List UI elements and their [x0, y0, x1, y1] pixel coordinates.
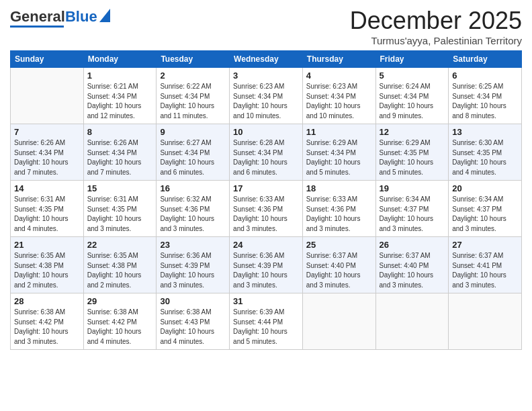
calendar-cell: 5Sunrise: 6:24 AM Sunset: 4:34 PM Daylig…: [375, 68, 449, 124]
day-number: 18: [306, 183, 372, 193]
day-number: 10: [233, 127, 299, 137]
day-number: 8: [87, 127, 153, 137]
day-number: 9: [160, 127, 226, 137]
day-number: 17: [233, 183, 299, 193]
calendar-cell: 23Sunrise: 6:36 AM Sunset: 4:39 PM Dayli…: [157, 237, 230, 293]
calendar-cell: 17Sunrise: 6:33 AM Sunset: 4:36 PM Dayli…: [230, 181, 303, 237]
day-info: Sunrise: 6:31 AM Sunset: 4:35 PM Dayligh…: [14, 195, 80, 234]
calendar-cell: 1Sunrise: 6:21 AM Sunset: 4:34 PM Daylig…: [83, 68, 157, 124]
calendar-cell: 11Sunrise: 6:29 AM Sunset: 4:34 PM Dayli…: [302, 124, 375, 181]
day-number: 19: [380, 183, 445, 193]
calendar-week-row: 1Sunrise: 6:21 AM Sunset: 4:34 PM Daylig…: [11, 68, 522, 124]
day-number: 12: [380, 127, 445, 137]
logo: GeneralBlue: [10, 7, 110, 28]
day-info: Sunrise: 6:27 AM Sunset: 4:34 PM Dayligh…: [160, 138, 226, 177]
day-info: Sunrise: 6:26 AM Sunset: 4:34 PM Dayligh…: [87, 138, 153, 177]
day-number: 11: [306, 127, 372, 137]
day-info: Sunrise: 6:23 AM Sunset: 4:34 PM Dayligh…: [306, 82, 372, 121]
day-number: 23: [160, 240, 226, 250]
day-info: Sunrise: 6:33 AM Sunset: 4:36 PM Dayligh…: [233, 195, 299, 234]
day-number: 13: [452, 127, 518, 137]
calendar-cell: 9Sunrise: 6:27 AM Sunset: 4:34 PM Daylig…: [157, 124, 230, 181]
calendar-week-row: 14Sunrise: 6:31 AM Sunset: 4:35 PM Dayli…: [11, 181, 522, 237]
calendar-cell: 19Sunrise: 6:34 AM Sunset: 4:37 PM Dayli…: [375, 181, 449, 237]
calendar-cell: 7Sunrise: 6:26 AM Sunset: 4:34 PM Daylig…: [11, 124, 84, 181]
calendar-cell: 3Sunrise: 6:23 AM Sunset: 4:34 PM Daylig…: [230, 68, 303, 124]
location-subtitle: Turmus'ayya, Palestinian Territory: [350, 35, 522, 46]
calendar-cell: [11, 68, 84, 124]
day-info: Sunrise: 6:39 AM Sunset: 4:44 PM Dayligh…: [233, 308, 299, 347]
day-info: Sunrise: 6:23 AM Sunset: 4:34 PM Dayligh…: [233, 82, 299, 121]
day-info: Sunrise: 6:34 AM Sunset: 4:37 PM Dayligh…: [452, 195, 518, 234]
day-number: 5: [380, 71, 445, 81]
day-info: Sunrise: 6:35 AM Sunset: 4:38 PM Dayligh…: [87, 251, 153, 290]
day-number: 7: [14, 127, 80, 137]
day-info: Sunrise: 6:28 AM Sunset: 4:34 PM Dayligh…: [233, 138, 299, 177]
svg-marker-0: [99, 9, 110, 22]
day-number: 26: [380, 240, 445, 250]
day-info: Sunrise: 6:21 AM Sunset: 4:34 PM Dayligh…: [87, 82, 153, 121]
day-info: Sunrise: 6:31 AM Sunset: 4:35 PM Dayligh…: [87, 195, 153, 234]
day-info: Sunrise: 6:38 AM Sunset: 4:43 PM Dayligh…: [160, 308, 226, 347]
logo-general: General: [10, 8, 65, 25]
day-info: Sunrise: 6:30 AM Sunset: 4:35 PM Dayligh…: [452, 138, 518, 177]
day-number: 27: [452, 240, 518, 250]
day-info: Sunrise: 6:36 AM Sunset: 4:39 PM Dayligh…: [160, 251, 226, 290]
weekday-header-monday: Monday: [83, 51, 157, 68]
calendar-cell: 8Sunrise: 6:26 AM Sunset: 4:34 PM Daylig…: [83, 124, 157, 181]
calendar-body: 1Sunrise: 6:21 AM Sunset: 4:34 PM Daylig…: [11, 68, 522, 350]
day-number: 20: [452, 183, 518, 193]
day-info: Sunrise: 6:37 AM Sunset: 4:40 PM Dayligh…: [380, 251, 445, 290]
day-number: 31: [233, 296, 299, 306]
day-info: Sunrise: 6:36 AM Sunset: 4:39 PM Dayligh…: [233, 251, 299, 290]
calendar-cell: 24Sunrise: 6:36 AM Sunset: 4:39 PM Dayli…: [230, 237, 303, 293]
day-info: Sunrise: 6:25 AM Sunset: 4:34 PM Dayligh…: [452, 82, 518, 121]
calendar-cell: [375, 293, 449, 350]
day-number: 3: [233, 71, 299, 81]
day-info: Sunrise: 6:38 AM Sunset: 4:42 PM Dayligh…: [14, 308, 80, 347]
day-number: 25: [306, 240, 372, 250]
day-info: Sunrise: 6:37 AM Sunset: 4:41 PM Dayligh…: [452, 251, 518, 290]
day-number: 29: [87, 296, 153, 306]
calendar-cell: 10Sunrise: 6:28 AM Sunset: 4:34 PM Dayli…: [230, 124, 303, 181]
weekday-header-saturday: Saturday: [449, 51, 522, 68]
page-header: GeneralBlue December 2025 Turmus'ayya, P…: [10, 7, 522, 46]
calendar-cell: 22Sunrise: 6:35 AM Sunset: 4:38 PM Dayli…: [83, 237, 157, 293]
calendar-cell: 4Sunrise: 6:23 AM Sunset: 4:34 PM Daylig…: [302, 68, 375, 124]
calendar-table: SundayMondayTuesdayWednesdayThursdayFrid…: [10, 50, 522, 350]
calendar-week-row: 7Sunrise: 6:26 AM Sunset: 4:34 PM Daylig…: [11, 124, 522, 181]
day-number: 4: [306, 71, 372, 81]
logo-triangle-icon: [99, 9, 110, 22]
day-number: 14: [14, 183, 80, 193]
day-info: Sunrise: 6:35 AM Sunset: 4:38 PM Dayligh…: [14, 251, 80, 290]
day-number: 6: [452, 71, 518, 81]
day-number: 16: [160, 183, 226, 193]
month-title: December 2025: [350, 7, 522, 35]
calendar-cell: 29Sunrise: 6:38 AM Sunset: 4:42 PM Dayli…: [83, 293, 157, 350]
calendar-header: SundayMondayTuesdayWednesdayThursdayFrid…: [11, 51, 522, 68]
calendar-cell: [449, 293, 522, 350]
title-area: December 2025 Turmus'ayya, Palestinian T…: [350, 7, 522, 46]
logo-text: GeneralBlue: [10, 9, 97, 24]
day-info: Sunrise: 6:26 AM Sunset: 4:34 PM Dayligh…: [14, 138, 80, 177]
calendar-week-row: 28Sunrise: 6:38 AM Sunset: 4:42 PM Dayli…: [11, 293, 522, 350]
calendar-cell: 21Sunrise: 6:35 AM Sunset: 4:38 PM Dayli…: [11, 237, 84, 293]
day-info: Sunrise: 6:34 AM Sunset: 4:37 PM Dayligh…: [380, 195, 445, 234]
weekday-header-thursday: Thursday: [302, 51, 375, 68]
logo-blue: Blue: [65, 8, 97, 25]
calendar-cell: 6Sunrise: 6:25 AM Sunset: 4:34 PM Daylig…: [449, 68, 522, 124]
day-number: 28: [14, 296, 80, 306]
calendar-week-row: 21Sunrise: 6:35 AM Sunset: 4:38 PM Dayli…: [11, 237, 522, 293]
calendar-cell: 20Sunrise: 6:34 AM Sunset: 4:37 PM Dayli…: [449, 181, 522, 237]
calendar-cell: 25Sunrise: 6:37 AM Sunset: 4:40 PM Dayli…: [302, 237, 375, 293]
weekday-header-sunday: Sunday: [11, 51, 84, 68]
calendar-cell: 14Sunrise: 6:31 AM Sunset: 4:35 PM Dayli…: [11, 181, 84, 237]
day-info: Sunrise: 6:33 AM Sunset: 4:36 PM Dayligh…: [306, 195, 372, 234]
calendar-cell: 13Sunrise: 6:30 AM Sunset: 4:35 PM Dayli…: [449, 124, 522, 181]
day-info: Sunrise: 6:22 AM Sunset: 4:34 PM Dayligh…: [160, 82, 226, 121]
calendar-cell: 16Sunrise: 6:32 AM Sunset: 4:36 PM Dayli…: [157, 181, 230, 237]
calendar-cell: 30Sunrise: 6:38 AM Sunset: 4:43 PM Dayli…: [157, 293, 230, 350]
day-info: Sunrise: 6:29 AM Sunset: 4:35 PM Dayligh…: [380, 138, 445, 177]
weekday-header-friday: Friday: [375, 51, 449, 68]
calendar-cell: 31Sunrise: 6:39 AM Sunset: 4:44 PM Dayli…: [230, 293, 303, 350]
